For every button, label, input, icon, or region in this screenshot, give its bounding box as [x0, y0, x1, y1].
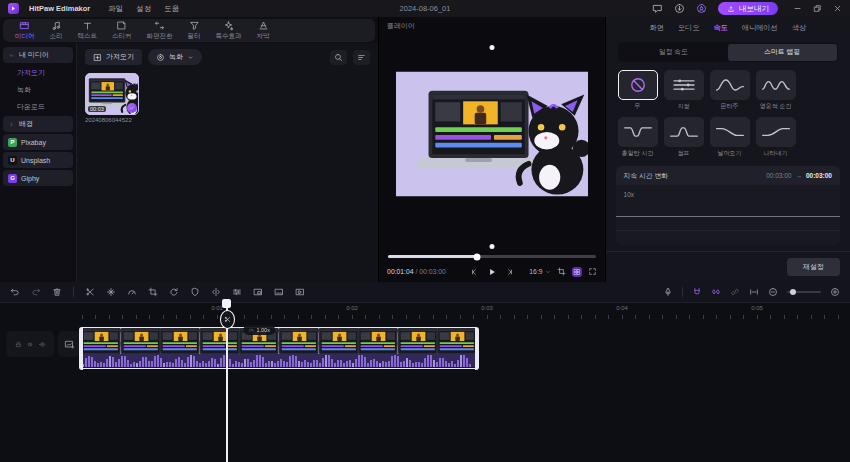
preset-none[interactable]: 무 — [618, 70, 658, 111]
minimize-button[interactable] — [793, 4, 802, 13]
gauge-button[interactable] — [127, 287, 137, 297]
inspector-tab-screen[interactable]: 화면 — [649, 23, 663, 33]
sidebar-source-unsplash[interactable]: UUnsplash — [3, 152, 73, 168]
nav-tab-subtitle[interactable]: 자막 — [257, 20, 270, 41]
pip-button[interactable] — [253, 287, 263, 297]
shield-button[interactable] — [190, 287, 200, 297]
track-eye-button[interactable] — [39, 341, 46, 348]
search-button[interactable] — [330, 50, 347, 65]
magnet-button[interactable] — [692, 287, 702, 297]
speed-mode-speed-ramping[interactable]: 스마트 램핑 — [728, 44, 837, 61]
preset-appear[interactable]: 나타내기 — [756, 117, 796, 158]
preset-hero-moment[interactable]: 영웅적 순간 — [756, 70, 796, 111]
preview-stage[interactable] — [379, 34, 604, 252]
preset-bullet-time[interactable]: 총알탄 시간 — [618, 117, 658, 158]
flip-button[interactable] — [211, 287, 221, 297]
grid-view-button[interactable] — [572, 267, 582, 277]
timeline-clip[interactable]: 1.00x — [80, 327, 478, 369]
media-item[interactable]: 00:03 20240806044522 — [85, 73, 139, 123]
add-media-track-button[interactable] — [58, 331, 80, 357]
track-mute-button[interactable] — [27, 341, 34, 348]
export-button[interactable]: 내보내기 — [718, 2, 778, 15]
nav-tab-effects[interactable]: 특수효과 — [216, 20, 242, 41]
mic-button[interactable] — [663, 287, 673, 297]
preset-jump-tile[interactable] — [664, 117, 704, 147]
reset-button[interactable]: 재설정 — [787, 258, 840, 276]
preset-montage-tile[interactable] — [710, 70, 750, 100]
aspect-ratio-select[interactable]: 16:9 — [529, 268, 550, 275]
nav-tab-filter[interactable]: 필터 — [188, 20, 201, 41]
redo-button[interactable] — [31, 287, 41, 297]
sidebar-item-record[interactable]: 녹화 — [3, 82, 73, 97]
nav-tab-sticker[interactable]: 스티커 — [112, 20, 132, 41]
zoom-slider-handle[interactable] — [790, 289, 796, 295]
preset-appear-tile[interactable] — [756, 117, 796, 147]
sidebar-item-import[interactable]: 가져오기 — [3, 65, 73, 80]
restore-button[interactable] — [813, 4, 822, 13]
fullscreen-button[interactable] — [588, 267, 597, 276]
trash-button[interactable] — [52, 287, 62, 297]
nav-tab-media[interactable]: 미디어 — [15, 20, 35, 41]
link-button[interactable] — [730, 287, 740, 297]
track-lock-button[interactable] — [15, 341, 22, 348]
nav-tab-transition[interactable]: 화면전환 — [147, 20, 173, 41]
fit-button[interactable] — [749, 287, 759, 297]
preset-hero-moment-tile[interactable] — [756, 70, 796, 100]
inspector-tab-animation[interactable]: 애니메이션 — [742, 23, 778, 33]
menu-settings[interactable]: 설정 — [136, 4, 151, 14]
timeline-zoom-slider[interactable] — [787, 291, 821, 293]
rotate-handle[interactable] — [489, 45, 494, 50]
import-button[interactable]: 가져오기 — [85, 49, 142, 65]
crop-view-button[interactable] — [557, 267, 566, 276]
sidebar-group-my-media[interactable]: 내 미디어 — [3, 47, 73, 63]
overlay-button[interactable] — [295, 287, 305, 297]
nav-tab-text[interactable]: 텍스트 — [78, 20, 98, 41]
record-button[interactable]: 녹화 — [148, 49, 202, 65]
caption-button[interactable] — [274, 287, 284, 297]
preset-fly-in[interactable]: 날아오기 — [710, 117, 750, 158]
zoomout-button[interactable] — [768, 287, 778, 297]
preset-bullet-time-tile[interactable] — [618, 117, 658, 147]
preset-fly-in-tile[interactable] — [710, 117, 750, 147]
sidebar-group-background[interactable]: 배경 — [3, 116, 73, 132]
speed-curve-line[interactable] — [616, 216, 840, 217]
freeze-button[interactable] — [106, 287, 116, 297]
zoomin-button[interactable] — [830, 287, 840, 297]
account-button[interactable] — [696, 3, 707, 14]
inspector-tab-speed[interactable]: 속도 — [713, 23, 727, 33]
preset-jump[interactable]: 점프 — [664, 117, 704, 158]
inspector-tab-color[interactable]: 색상 — [792, 23, 806, 33]
nav-tab-audio[interactable]: 소리 — [50, 20, 63, 41]
sidebar-source-pixabay[interactable]: PPixabay — [3, 134, 73, 150]
preset-custom[interactable]: 지정 — [664, 70, 704, 111]
next-frame-button[interactable] — [506, 268, 514, 276]
playhead-head[interactable] — [222, 299, 231, 308]
sidebar-item-download[interactable]: 다운로드 — [3, 99, 73, 114]
preset-custom-tile[interactable] — [664, 70, 704, 100]
player-progress-track[interactable] — [388, 255, 595, 258]
keyframe-button[interactable] — [711, 287, 721, 297]
player-progress-handle[interactable] — [474, 253, 481, 260]
timeline-ruler[interactable]: 0:010:020:030:040:05 — [0, 303, 850, 319]
sidebar-source-giphy[interactable]: GGiphy — [3, 170, 73, 186]
menu-help[interactable]: 도움 — [164, 4, 179, 14]
media-thumbnail[interactable]: 00:03 — [85, 73, 139, 115]
bottom-handle[interactable] — [489, 244, 494, 249]
close-button[interactable] — [833, 4, 842, 13]
rotate-button[interactable] — [169, 287, 179, 297]
menu-file[interactable]: 파일 — [108, 4, 123, 14]
scissors-button[interactable] — [85, 287, 95, 297]
sort-button[interactable] — [353, 50, 370, 65]
playhead-split-badge[interactable] — [220, 310, 235, 329]
speed-mode-constant-speed[interactable]: 일정 속도 — [619, 44, 728, 61]
feedback-button[interactable] — [652, 3, 663, 14]
player-progress[interactable] — [379, 252, 604, 261]
adjust-button[interactable] — [232, 287, 242, 297]
preview-video[interactable] — [396, 72, 588, 197]
undo-button[interactable] — [10, 287, 20, 297]
crop-button[interactable] — [148, 287, 158, 297]
play-button[interactable] — [487, 267, 497, 277]
inspector-tab-audio[interactable]: 오디오 — [678, 23, 700, 33]
speed-curve-editor[interactable]: 10x — [616, 185, 840, 245]
download-button[interactable] — [674, 3, 685, 14]
